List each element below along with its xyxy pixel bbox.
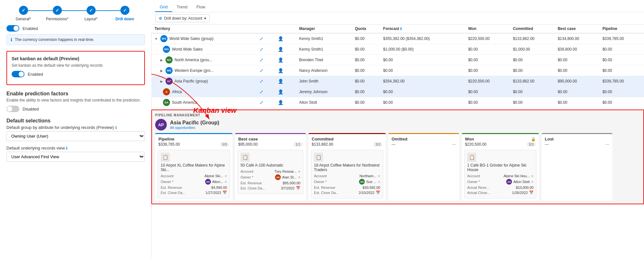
card-title: 18 Airpot Coffee Makers for Northwind Tr… bbox=[314, 163, 380, 172]
tab-bar: Grid Trend Flow bbox=[151, 0, 644, 12]
tab-grid[interactable]: Grid bbox=[155, 3, 172, 12]
table-row[interactable]: ▶ WE Western Europe (gro... ⤢ 👤 Nancy An… bbox=[151, 65, 644, 76]
wizard-step-permissions[interactable]: ✓ Permissions* bbox=[40, 6, 74, 21]
th-person bbox=[275, 24, 296, 33]
wizard-step-general[interactable]: ✓ General* bbox=[6, 6, 40, 21]
kanban-card[interactable]: 📋 1 Café BG-1 Grinder for Alpine Ski Hou… bbox=[464, 150, 536, 198]
revenue-label: Est. Revenue bbox=[241, 181, 262, 185]
wizard-step-layout[interactable]: ✓ Layout* bbox=[74, 6, 108, 21]
th-forecast: Forecast ℹ bbox=[380, 24, 465, 33]
territory-name: Africa bbox=[172, 90, 182, 94]
prediction-toggle[interactable] bbox=[6, 106, 19, 112]
group-by-select[interactable]: Owning User (User) Account Territory bbox=[6, 131, 145, 141]
td-forecast: $0.00 bbox=[380, 55, 465, 65]
person-icon[interactable]: 👤 bbox=[278, 79, 283, 84]
remove-account[interactable]: ✕ bbox=[298, 170, 300, 173]
calendar-icon[interactable]: 📅 bbox=[376, 190, 380, 195]
col-count: 5/5 bbox=[220, 142, 229, 147]
table-row[interactable]: ▶ NA North America (grou... ⤢ 👤 Brenden … bbox=[151, 55, 644, 65]
step-circle-general: ✓ bbox=[19, 6, 28, 15]
th-manager: Manager bbox=[296, 24, 352, 33]
remove-account[interactable]: ✕ bbox=[531, 174, 534, 178]
expand-icon[interactable]: ▶ bbox=[160, 69, 163, 72]
territory-name: North America (grou... bbox=[175, 58, 212, 62]
remove-owner[interactable]: ✕ bbox=[298, 176, 300, 179]
step-circle-drilldown: ✓ bbox=[120, 6, 129, 15]
td-pipeline: $0.00 bbox=[599, 97, 644, 108]
enabled-toggle[interactable] bbox=[6, 25, 19, 32]
link-icon[interactable]: ⤢ bbox=[260, 68, 263, 73]
owner-value: AS Alton Stott ✕ bbox=[506, 179, 534, 185]
calendar-icon[interactable]: 📅 bbox=[223, 190, 227, 195]
person-icon[interactable]: 👤 bbox=[278, 57, 283, 63]
info-icon: ℹ bbox=[11, 37, 12, 42]
territory-avatar: WE bbox=[166, 67, 173, 74]
td-bestcase: $39,800.00 bbox=[554, 44, 599, 55]
view-dropdown-group: Default underlying records view ℹ User A… bbox=[6, 146, 145, 162]
expand-icon[interactable]: ▶ bbox=[160, 80, 163, 83]
td-link-icon: ⤢ bbox=[256, 76, 275, 87]
person-icon[interactable]: 👤 bbox=[278, 89, 283, 94]
group-by-info-icon: ℹ bbox=[115, 125, 117, 130]
kanban-default-toggle[interactable] bbox=[12, 71, 24, 77]
drilldown-button[interactable]: ⊕ Drill down by: Account ▾ bbox=[155, 14, 210, 22]
kanban-panel: PIPELINE MANAGEMENT AP Asia Pacific (Gro… bbox=[151, 110, 644, 204]
calendar-icon[interactable]: 📅 bbox=[529, 190, 534, 195]
remove-owner[interactable]: ✕ bbox=[531, 180, 534, 184]
expand-icon[interactable]: ▼ bbox=[155, 37, 158, 41]
calendar-icon[interactable]: 📅 bbox=[296, 186, 300, 190]
td-bestcase: $0.00 bbox=[554, 65, 599, 76]
remove-owner[interactable]: ✕ bbox=[224, 180, 227, 184]
link-icon[interactable]: ⤢ bbox=[260, 57, 263, 63]
link-icon[interactable]: ⤢ bbox=[260, 79, 263, 84]
territory-name: South America bbox=[172, 100, 197, 105]
card-revenue-row: Est. Revenue $4,990.00 bbox=[161, 186, 227, 189]
card-date-row: Est. Close Da... 1/27/2022 📅 bbox=[161, 190, 227, 195]
remove-account[interactable]: ✕ bbox=[224, 174, 227, 178]
kanban-card[interactable]: 📋 10 Airpot XL Coffee Makers for Alpine … bbox=[158, 150, 230, 198]
prediction-toggle-row: Disabled bbox=[6, 106, 145, 112]
person-icon[interactable]: 👤 bbox=[278, 68, 283, 73]
table-row[interactable]: WS World Wide Sales ⤢ 👤 Kenny Smith1 $0.… bbox=[151, 44, 644, 55]
card-account-row: Account Alpine Ski Hou... ✕ bbox=[467, 174, 534, 178]
person-icon[interactable]: 👤 bbox=[278, 100, 283, 105]
td-quota: $0.00 bbox=[352, 55, 380, 65]
td-territory: ▶ AP Asia Pacific (group) bbox=[151, 76, 256, 87]
person-icon[interactable]: 👤 bbox=[278, 47, 283, 52]
tab-flow[interactable]: Flow bbox=[192, 3, 210, 12]
td-territory: ▼ WS World Wide Sales (group) bbox=[151, 33, 256, 44]
table-row[interactable]: ▶ AP Asia Pacific (group) ⤢ 👤 John Smith… bbox=[151, 76, 644, 87]
remove-owner[interactable]: ✕ bbox=[378, 180, 380, 184]
revenue-value: $95,000.00 bbox=[283, 181, 300, 185]
prediction-factors-desc: Enable the ability to view factors and i… bbox=[6, 98, 145, 102]
kanban-title-row: AP Asia Pacific (Group) All opportunitie… bbox=[155, 119, 640, 130]
table-row[interactable]: A Africa ⤢ 👤 Jeremy Johnson $0.00 $0.00 … bbox=[151, 87, 644, 97]
view-select[interactable]: User Advanced Find View Active Opportuni… bbox=[6, 152, 145, 162]
td-territory: ▶ NA North America (grou... bbox=[151, 55, 256, 65]
link-icon[interactable]: ⤢ bbox=[260, 47, 263, 52]
td-link-icon: ⤢ bbox=[256, 44, 275, 55]
kanban-card[interactable]: 📋 50 Café A-100 Automatic Account Trey R… bbox=[238, 150, 303, 194]
wizard-step-drilldown[interactable]: ✓ Drill down bbox=[108, 6, 142, 21]
td-manager: John Smith bbox=[296, 76, 352, 87]
td-link-icon: ⤢ bbox=[256, 65, 275, 76]
kanban-group-subtitle: All opportunities bbox=[170, 126, 219, 130]
expand-icon[interactable]: ▶ bbox=[160, 58, 163, 62]
view-label: Default underlying records view ℹ bbox=[6, 146, 145, 150]
table-row[interactable]: ▼ WS World Wide Sales (group) ⤢ 👤 Kenny … bbox=[151, 33, 644, 44]
card-account-row: Account Alpine Ski... ✕ bbox=[161, 174, 227, 178]
link-icon[interactable]: ⤢ bbox=[260, 89, 263, 94]
revenue-label: Actual Reve... bbox=[467, 186, 489, 189]
remove-account[interactable]: ✕ bbox=[378, 174, 380, 178]
tab-trend[interactable]: Trend bbox=[172, 3, 192, 12]
kanban-group-avatar: AP bbox=[155, 119, 167, 130]
card-title: 10 Airpot XL Coffee Makers for Alpine Sk… bbox=[161, 163, 227, 172]
th-territory: Territory bbox=[151, 24, 256, 33]
link-icon[interactable]: ⤢ bbox=[260, 36, 263, 41]
td-link-icon: ⤢ bbox=[256, 87, 275, 97]
person-icon[interactable]: 👤 bbox=[278, 36, 283, 41]
link-icon[interactable]: ⤢ bbox=[260, 100, 263, 105]
card-title: 50 Café A-100 Automatic bbox=[241, 163, 300, 168]
table-row[interactable]: SA South America ⤢ 👤 Alton Stott $0.00 $… bbox=[151, 97, 644, 108]
kanban-card[interactable]: 📋 18 Airpot Coffee Makers for Northwind … bbox=[311, 150, 383, 198]
